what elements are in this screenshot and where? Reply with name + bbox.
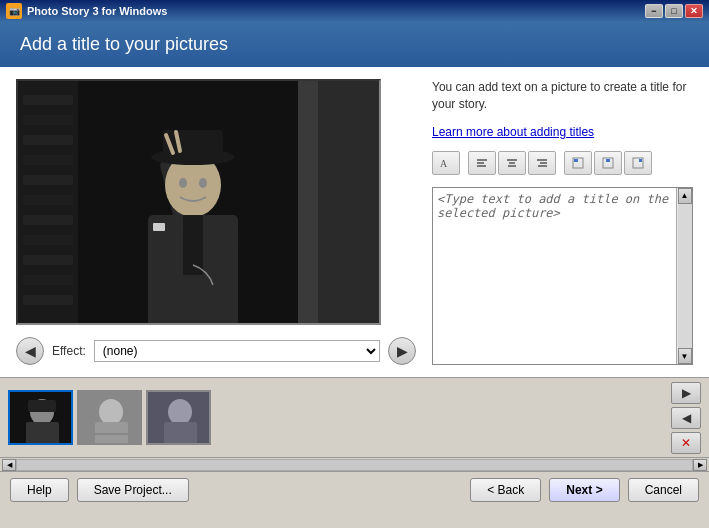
svg-rect-26	[153, 223, 165, 231]
horizontal-scrollbar: ◀ ▶	[0, 457, 709, 471]
svg-rect-45	[28, 400, 56, 412]
svg-rect-42	[639, 159, 642, 162]
scroll-track	[678, 204, 692, 348]
position-tc-button[interactable]	[594, 151, 622, 175]
text-toolbar: A	[432, 147, 693, 179]
title-bar: 📷 Photo Story 3 for Windows − □ ✕	[0, 0, 709, 22]
delete-button[interactable]: ✕	[671, 432, 701, 454]
svg-rect-7	[23, 195, 73, 205]
prev-photo-button[interactable]: ◀	[16, 337, 44, 365]
svg-point-21	[179, 178, 187, 188]
app-icon: 📷	[6, 3, 22, 19]
align-right-button[interactable]	[528, 151, 556, 175]
svg-rect-53	[164, 422, 197, 445]
position-tl-button[interactable]	[564, 151, 592, 175]
learn-more-link[interactable]: Learn more about adding titles	[432, 125, 693, 139]
window-title: Photo Story 3 for Windows	[27, 5, 167, 17]
image-panel: ◀ Effect: (none) Black and White Sepia W…	[16, 79, 416, 365]
text-scrollbar: ▲ ▼	[676, 188, 692, 364]
page-title: Add a title to your pictures	[20, 34, 228, 54]
page-header: Add a title to your pictures	[0, 22, 709, 67]
svg-rect-13	[308, 79, 379, 325]
text-area-container: <Type text to add a title on the selecte…	[432, 187, 693, 365]
svg-point-48	[99, 399, 123, 425]
maximize-button[interactable]: □	[665, 4, 683, 18]
bottom-bar: Help Save Project... < Back Next > Cance…	[0, 471, 709, 507]
close-button[interactable]: ✕	[685, 4, 703, 18]
svg-point-52	[168, 399, 192, 425]
svg-rect-6	[23, 175, 73, 185]
svg-point-22	[199, 178, 207, 188]
filmstrip-area: ▶ ◀ ✕	[0, 377, 709, 457]
effect-row: ◀ Effect: (none) Black and White Sepia W…	[16, 337, 416, 365]
svg-rect-14	[298, 79, 318, 325]
effect-label: Effect:	[52, 344, 86, 358]
window-controls: − □ ✕	[645, 4, 703, 18]
help-text: You can add text on a picture to create …	[432, 79, 693, 113]
effect-select[interactable]: (none) Black and White Sepia Watercolor	[94, 340, 380, 362]
hscroll-left-button[interactable]: ◀	[2, 459, 16, 471]
back-button[interactable]: < Back	[470, 478, 541, 502]
svg-rect-12	[23, 295, 73, 305]
thumbnail-1[interactable]	[8, 390, 73, 445]
help-button[interactable]: Help	[10, 478, 69, 502]
scroll-up-button[interactable]: ▲	[678, 188, 692, 204]
next-button[interactable]: Next >	[549, 478, 619, 502]
font-button[interactable]: A	[432, 151, 460, 175]
scroll-down-button[interactable]: ▼	[678, 348, 692, 364]
image-frame	[16, 79, 381, 325]
main-content: ◀ Effect: (none) Black and White Sepia W…	[0, 67, 709, 377]
svg-rect-4	[23, 135, 73, 145]
svg-rect-38	[574, 159, 578, 162]
photo-display	[18, 81, 379, 323]
svg-rect-9	[23, 235, 73, 245]
align-left-button[interactable]	[468, 151, 496, 175]
title-textarea[interactable]: <Type text to add a title on the selecte…	[433, 188, 692, 364]
svg-rect-2	[23, 95, 73, 105]
next-photo-button[interactable]: ▶	[388, 337, 416, 365]
save-project-button[interactable]: Save Project...	[77, 478, 189, 502]
thumbnail-3[interactable]	[146, 390, 211, 445]
position-tr-button[interactable]	[624, 151, 652, 175]
minimize-button[interactable]: −	[645, 4, 663, 18]
svg-rect-5	[23, 155, 73, 165]
side-buttons: ▶ ◀ ✕	[671, 382, 701, 454]
hscroll-track[interactable]	[16, 459, 693, 471]
align-center-button[interactable]	[498, 151, 526, 175]
svg-rect-10	[23, 255, 73, 265]
svg-rect-8	[23, 215, 73, 225]
svg-rect-11	[23, 275, 73, 285]
filmstrip-scroll	[8, 390, 663, 445]
move-forward-button[interactable]: ▶	[671, 382, 701, 404]
thumbnail-2[interactable]	[77, 390, 142, 445]
svg-text:A: A	[440, 158, 448, 169]
right-panel: You can add text on a picture to create …	[432, 79, 693, 365]
svg-rect-40	[606, 159, 610, 162]
move-back-button[interactable]: ◀	[671, 407, 701, 429]
cancel-button[interactable]: Cancel	[628, 478, 699, 502]
svg-rect-25	[183, 215, 203, 275]
svg-rect-46	[26, 422, 59, 445]
hscroll-right-button[interactable]: ▶	[693, 459, 707, 471]
svg-rect-3	[23, 115, 73, 125]
